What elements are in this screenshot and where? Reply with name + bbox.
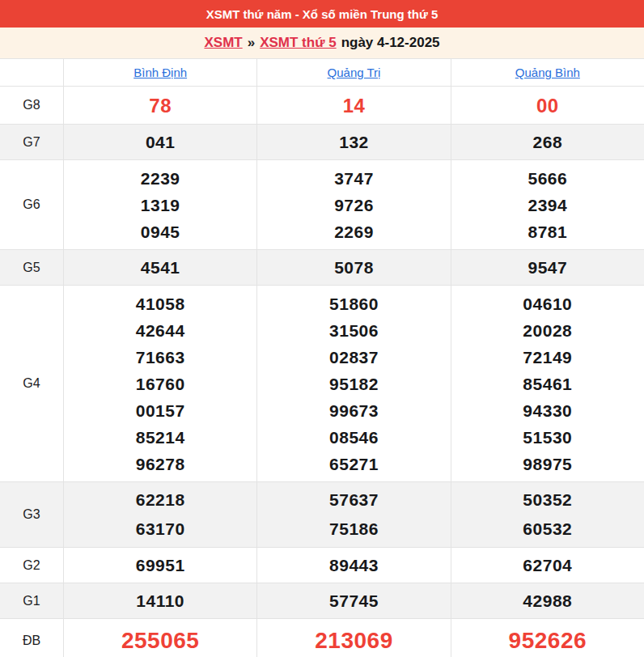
prize-number: 4541 bbox=[141, 254, 180, 281]
prize-number: 96278 bbox=[136, 451, 185, 477]
prize-number: 20028 bbox=[523, 317, 572, 344]
prize-row-g4: G441058426447166316760001578521496278518… bbox=[0, 286, 644, 482]
breadcrumb: XSMT » XSMT thứ 5 ngày 4-12-2025 bbox=[0, 28, 644, 58]
prize-number: 2269 bbox=[334, 218, 374, 245]
prize-label: G2 bbox=[0, 548, 63, 583]
prize-number: 952626 bbox=[509, 625, 587, 657]
prize-number: 65271 bbox=[329, 451, 379, 477]
prize-values-cell: 213069 bbox=[256, 619, 450, 657]
prize-number: 71663 bbox=[136, 344, 185, 371]
prize-label: G1 bbox=[0, 583, 63, 618]
prize-number: 5666 bbox=[527, 165, 567, 192]
province-header-cell: Quảng Bình bbox=[451, 59, 644, 86]
prize-number: 41058 bbox=[136, 290, 185, 317]
prize-number: 14110 bbox=[136, 587, 184, 614]
breadcrumb-link-xsmt[interactable]: XSMT bbox=[204, 35, 242, 51]
prize-values-cell: 9547 bbox=[451, 250, 644, 285]
prize-values-cell: 00 bbox=[451, 87, 644, 124]
prize-number: 268 bbox=[533, 129, 563, 155]
prize-number: 50352 bbox=[523, 485, 572, 515]
page-banner: XSMT thứ năm - Xổ số miền Trung thứ 5 bbox=[0, 0, 644, 28]
prize-values-cell: 5078 bbox=[256, 250, 450, 285]
prize-row-g2: G2699518944362704 bbox=[0, 548, 644, 583]
prize-number: 1319 bbox=[141, 192, 180, 218]
prize-values-cell: 223913190945 bbox=[63, 160, 256, 249]
prize-values-cell: 5763775186 bbox=[256, 482, 450, 547]
prize-number: 8781 bbox=[527, 218, 567, 245]
prize-number: 51530 bbox=[523, 424, 572, 451]
prize-row-g8: G8781400 bbox=[0, 87, 644, 125]
prize-label: G4 bbox=[0, 286, 63, 481]
corner-cell bbox=[0, 59, 63, 86]
prize-row-g3: G3622186317057637751865035260532 bbox=[0, 482, 644, 548]
prize-values-cell: 14 bbox=[256, 87, 450, 124]
prize-number: 95182 bbox=[329, 371, 379, 397]
prize-number: 5078 bbox=[334, 254, 374, 281]
breadcrumb-link-xsmt-thu-5[interactable]: XSMT thứ 5 bbox=[260, 35, 336, 51]
prize-number: 14 bbox=[343, 92, 366, 119]
prize-number: 85461 bbox=[523, 371, 572, 397]
prize-values-cell: 04610200287214985461943305153098975 bbox=[451, 286, 644, 481]
prize-number: 42644 bbox=[136, 317, 185, 344]
prize-number: 2239 bbox=[141, 165, 180, 192]
prize-number: 132 bbox=[339, 129, 369, 155]
prize-values-cell: 566623948781 bbox=[451, 160, 644, 249]
prize-number: 57637 bbox=[329, 485, 379, 515]
province-link[interactable]: Quảng Trị bbox=[328, 66, 381, 79]
prize-values-cell: 4541 bbox=[63, 250, 256, 285]
table-header-row: Bình ĐịnhQuảng TrịQuảng Bình bbox=[0, 59, 644, 87]
province-link[interactable]: Bình Định bbox=[133, 66, 187, 79]
prize-values-cell: 132 bbox=[256, 125, 450, 159]
province-header-cell: Bình Định bbox=[63, 59, 256, 86]
prize-number: 60532 bbox=[523, 515, 572, 544]
prize-values-cell: 69951 bbox=[63, 548, 256, 583]
prize-number: 0945 bbox=[141, 218, 180, 245]
prize-number: 9547 bbox=[527, 254, 567, 281]
prize-label: G6 bbox=[0, 160, 63, 249]
prize-number: 63170 bbox=[136, 515, 185, 544]
breadcrumb-separator: » bbox=[248, 35, 255, 51]
prize-number: 2394 bbox=[527, 192, 567, 218]
province-link[interactable]: Quảng Bình bbox=[515, 66, 580, 79]
prize-number: 98975 bbox=[523, 451, 572, 477]
prize-number: 00 bbox=[536, 92, 559, 119]
prize-number: 31506 bbox=[329, 317, 379, 344]
prize-values-cell: 42988 bbox=[451, 583, 644, 618]
prize-values-cell: 255065 bbox=[63, 619, 256, 657]
prize-number: 08546 bbox=[329, 424, 379, 451]
prize-values-cell: 374797262269 bbox=[256, 160, 450, 249]
prize-number: 75186 bbox=[329, 515, 379, 544]
prize-number: 02837 bbox=[329, 344, 379, 371]
prize-number: 99673 bbox=[329, 397, 379, 424]
prize-number: 78 bbox=[149, 92, 172, 119]
prize-number: 42988 bbox=[523, 587, 572, 614]
prize-number: 00157 bbox=[136, 397, 185, 424]
prize-number: 04610 bbox=[523, 290, 572, 317]
prize-row-g1: G1141105774542988 bbox=[0, 583, 644, 619]
prize-number: 62704 bbox=[523, 552, 572, 579]
prize-row-đb: ĐB255065213069952626 bbox=[0, 619, 644, 657]
prize-values-cell: 268 bbox=[451, 125, 644, 159]
banner-title: XSMT thứ năm - Xổ số miền Trung thứ 5 bbox=[206, 7, 439, 21]
prize-values-cell: 78 bbox=[63, 87, 256, 124]
province-header-cell: Quảng Trị bbox=[256, 59, 450, 86]
prize-row-g6: G6223913190945374797262269566623948781 bbox=[0, 160, 644, 250]
prize-values-cell: 952626 bbox=[451, 619, 644, 657]
prize-values-cell: 041 bbox=[63, 125, 256, 159]
prize-values-cell: 51860315060283795182996730854665271 bbox=[256, 286, 450, 481]
prize-number: 72149 bbox=[523, 344, 572, 371]
prize-label: G5 bbox=[0, 250, 63, 285]
results-table: Bình ĐịnhQuảng TrịQuảng Bình G8781400G70… bbox=[0, 58, 644, 657]
prize-number: 041 bbox=[146, 129, 176, 155]
prize-label: G3 bbox=[0, 482, 63, 547]
prize-values-cell: 62704 bbox=[451, 548, 644, 583]
prize-number: 57745 bbox=[329, 587, 379, 614]
prize-values-cell: 5035260532 bbox=[451, 482, 644, 547]
prize-label: ĐB bbox=[0, 619, 63, 657]
prize-number: 3747 bbox=[334, 165, 374, 192]
prize-values-cell: 89443 bbox=[256, 548, 450, 583]
prize-number: 9726 bbox=[334, 192, 374, 218]
prize-label: G8 bbox=[0, 87, 63, 124]
prize-number: 51860 bbox=[329, 290, 379, 317]
prize-number: 69951 bbox=[136, 552, 185, 579]
